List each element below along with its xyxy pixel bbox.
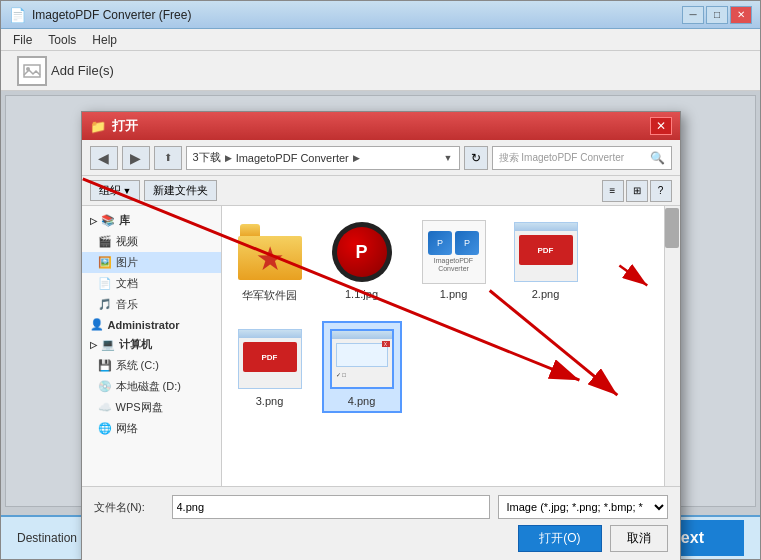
dialog-sidebar: ▷ 📚 库 🎬 视频 🖼️ 图片 📄 bbox=[82, 206, 222, 486]
filetype-select[interactable]: Image (*.jpg; *.png; *.bmp; * bbox=[498, 495, 668, 519]
search-icon[interactable]: 🔍 bbox=[650, 151, 665, 165]
sidebar-item-music[interactable]: 🎵 音乐 bbox=[82, 294, 221, 315]
organize-button[interactable]: 组织 ▼ bbox=[90, 180, 141, 201]
dialog-overlay: 📁 打开 ✕ ◀ ▶ ⬆ 3下载 ▶ ImagetoPDF Converter … bbox=[1, 91, 760, 515]
sidebar-item-drive-d[interactable]: 💿 本地磁盘 (D:) bbox=[82, 376, 221, 397]
breadcrumb-dropdown-icon[interactable]: ▼ bbox=[444, 153, 453, 163]
huajun-thumb: ★ bbox=[238, 220, 302, 284]
filename-input[interactable] bbox=[172, 495, 490, 519]
dialog-title-left: 📁 打开 bbox=[90, 117, 138, 135]
close-button[interactable]: ✕ bbox=[730, 6, 752, 24]
search-bar: 搜索 ImagetoPDF Converter 🔍 bbox=[492, 146, 672, 170]
dialog-footer-buttons: 打开(O) 取消 bbox=[94, 525, 668, 552]
breadcrumb-part1: 3下载 bbox=[193, 150, 221, 165]
file-item-2png[interactable]: PDF 2.png bbox=[506, 214, 586, 309]
dialog-title: 打开 bbox=[112, 117, 138, 135]
breadcrumb-sep1: ▶ bbox=[225, 153, 232, 163]
dialog-close-button[interactable]: ✕ bbox=[650, 117, 672, 135]
music-icon: 🎵 bbox=[98, 298, 112, 311]
3png-icon: PDF bbox=[238, 329, 302, 389]
sidebar-library-label: 库 bbox=[119, 213, 130, 228]
view-tile-button[interactable]: ⊞ bbox=[626, 180, 648, 202]
sidebar-group-computer[interactable]: ▷ 💻 计算机 bbox=[82, 334, 221, 355]
2png-icon: PDF bbox=[514, 222, 578, 282]
minimize-button[interactable]: ─ bbox=[682, 6, 704, 24]
sidebar-pictures-label: 图片 bbox=[116, 255, 138, 270]
dialog-open-button[interactable]: 打开(O) bbox=[518, 525, 601, 552]
huajun-label: 华军软件园 bbox=[242, 288, 297, 303]
sidebar-group-admin[interactable]: 👤 Administrator bbox=[82, 315, 221, 334]
sidebar-drive-c-label: 系统 (C:) bbox=[116, 358, 159, 373]
file-item-1png[interactable]: P P ImagetoPDFConverter 1.png bbox=[414, 214, 494, 309]
expand-computer-icon: ▷ bbox=[90, 340, 97, 350]
1jpg-icon: P bbox=[332, 222, 392, 282]
sidebar-network-label: 网络 bbox=[116, 421, 138, 436]
drive-d-icon: 💿 bbox=[98, 380, 112, 393]
menu-help[interactable]: Help bbox=[84, 31, 125, 49]
dialog-toolbar2: 组织 ▼ 新建文件夹 ≡ ⊞ ? bbox=[82, 176, 680, 206]
computer-icon: 💻 bbox=[101, 338, 115, 351]
sidebar-item-drive-c[interactable]: 💾 系统 (C:) bbox=[82, 355, 221, 376]
dialog-title-icon: 📁 bbox=[90, 119, 106, 134]
sidebar-wps-label: WPS网盘 bbox=[116, 400, 163, 415]
add-files-icon bbox=[17, 56, 47, 86]
image-add-icon bbox=[22, 61, 42, 81]
add-files-label: Add File(s) bbox=[51, 63, 114, 78]
open-dialog: 📁 打开 ✕ ◀ ▶ ⬆ 3下载 ▶ ImagetoPDF Converter … bbox=[81, 111, 681, 560]
sidebar-group-library[interactable]: ▷ 📚 库 bbox=[82, 210, 221, 231]
1png-icon: P P ImagetoPDFConverter bbox=[422, 220, 486, 284]
up-button[interactable]: ⬆ bbox=[154, 146, 182, 170]
back-button[interactable]: ◀ bbox=[90, 146, 118, 170]
library-icon: 📚 bbox=[101, 214, 115, 227]
scrollbar-thumb[interactable] bbox=[665, 208, 679, 248]
breadcrumb-bar: 3下载 ▶ ImagetoPDF Converter ▶ ▼ bbox=[186, 146, 460, 170]
3png-label: 3.png bbox=[256, 395, 284, 407]
sidebar-docs-label: 文档 bbox=[116, 276, 138, 291]
sidebar-video-label: 视频 bbox=[116, 234, 138, 249]
main-toolbar: Add File(s) bbox=[1, 51, 760, 91]
sidebar-music-label: 音乐 bbox=[116, 297, 138, 312]
sidebar-item-pictures[interactable]: 🖼️ 图片 bbox=[82, 252, 221, 273]
filename-label: 文件名(N): bbox=[94, 500, 164, 515]
pictures-icon: 🖼️ bbox=[98, 256, 112, 269]
1png-thumb: P P ImagetoPDFConverter bbox=[422, 220, 486, 284]
admin-icon: 👤 bbox=[90, 318, 104, 331]
sidebar-item-wps[interactable]: ☁️ WPS网盘 bbox=[82, 397, 221, 418]
filename-row: 文件名(N): Image (*.jpg; *.png; *.bmp; * bbox=[94, 495, 668, 519]
menu-tools[interactable]: Tools bbox=[40, 31, 84, 49]
dialog-cancel-button[interactable]: 取消 bbox=[610, 525, 668, 552]
sidebar-item-network[interactable]: 🌐 网络 bbox=[82, 418, 221, 439]
view-details-button[interactable]: ? bbox=[650, 180, 672, 202]
forward-button[interactable]: ▶ bbox=[122, 146, 150, 170]
breadcrumb-part2: ImagetoPDF Converter bbox=[236, 152, 349, 164]
sidebar-item-video[interactable]: 🎬 视频 bbox=[82, 231, 221, 252]
4png-thumb: X ✓ □ bbox=[330, 327, 394, 391]
add-files-button[interactable]: Add File(s) bbox=[9, 52, 122, 90]
file-item-3png[interactable]: PDF 3.png bbox=[230, 321, 310, 413]
1jpg-thumb: P bbox=[330, 220, 394, 284]
refresh-button[interactable]: ↻ bbox=[464, 146, 488, 170]
new-folder-label: 新建文件夹 bbox=[153, 184, 208, 196]
drive-c-icon: 💾 bbox=[98, 359, 112, 372]
1png-label: 1.png bbox=[440, 288, 468, 300]
sidebar-item-docs[interactable]: 📄 文档 bbox=[82, 273, 221, 294]
app-icon: 📄 bbox=[9, 7, 26, 23]
title-bar-controls: ─ □ ✕ bbox=[682, 6, 752, 24]
file-item-4png[interactable]: X ✓ □ 4.png bbox=[322, 321, 402, 413]
title-bar: 📄 ImagetoPDF Converter (Free) ─ □ ✕ bbox=[1, 1, 760, 29]
menu-bar: File Tools Help bbox=[1, 29, 760, 51]
sidebar-drive-d-label: 本地磁盘 (D:) bbox=[116, 379, 181, 394]
1jpg-label: 1.1.jpg bbox=[345, 288, 378, 300]
wps-icon: ☁️ bbox=[98, 401, 112, 414]
dialog-scrollbar[interactable] bbox=[664, 206, 680, 486]
file-item-huajun[interactable]: ★ 华军软件园 bbox=[230, 214, 310, 309]
dialog-toolbar: ◀ ▶ ⬆ 3下载 ▶ ImagetoPDF Converter ▶ ▼ ↻ 搜… bbox=[82, 140, 680, 176]
sidebar-admin-label: Administrator bbox=[108, 319, 180, 331]
view-list-button[interactable]: ≡ bbox=[602, 180, 624, 202]
svg-rect-0 bbox=[24, 65, 40, 77]
2png-label: 2.png bbox=[532, 288, 560, 300]
file-item-1jpg[interactable]: P 1.1.jpg bbox=[322, 214, 402, 309]
menu-file[interactable]: File bbox=[5, 31, 40, 49]
new-folder-button[interactable]: 新建文件夹 bbox=[144, 180, 217, 201]
maximize-button[interactable]: □ bbox=[706, 6, 728, 24]
